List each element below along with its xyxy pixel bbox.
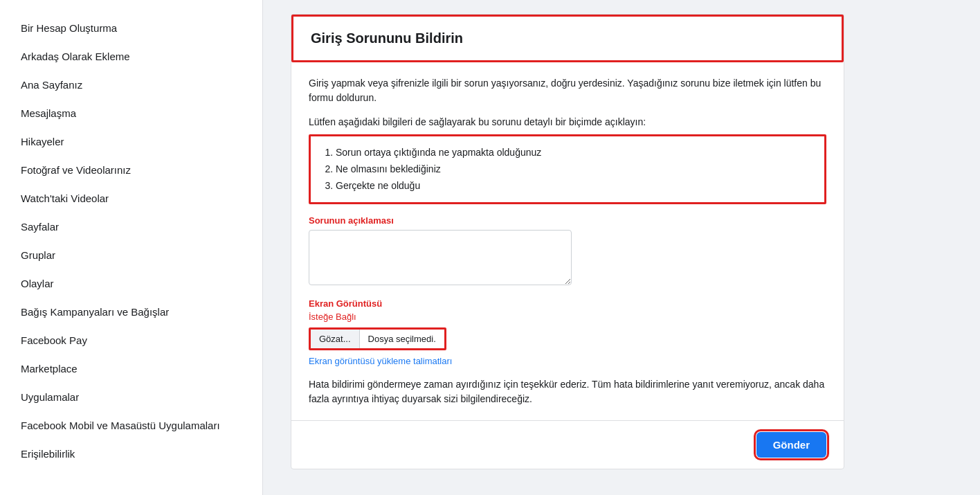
sidebar-item-1[interactable]: Arkadaş Olarak Ekleme [21, 42, 242, 71]
form-header: Giriş Sorununu Bildirin [291, 15, 844, 62]
sidebar-item-5[interactable]: Fotoğraf ve Videolarınız [21, 156, 242, 184]
instruction-item-1: Ne olmasını beklediğiniz [336, 161, 813, 178]
intro-text: Giriş yapmak veya şifrenizle ilgili bir … [309, 76, 826, 105]
instructions-list: Sorun ortaya çıktığında ne yapmakta oldu… [336, 145, 813, 194]
sidebar-item-6[interactable]: Watch'taki Videolar [21, 184, 242, 213]
submit-button[interactable]: Gönder [756, 432, 826, 458]
form-body: Giriş yapmak veya şifrenizle ilgili bir … [291, 62, 844, 420]
sidebar-item-0[interactable]: Bir Hesap Oluşturma [21, 14, 242, 42]
main-content: Giriş Sorununu Bildirin Giriş yapmak vey… [263, 0, 980, 495]
sidebar-item-12[interactable]: Marketplace [21, 354, 242, 383]
sidebar-item-7[interactable]: Sayfalar [21, 213, 242, 241]
sidebar-item-2[interactable]: Ana Sayfanız [21, 71, 242, 99]
problem-description-textarea[interactable] [309, 230, 572, 285]
sidebar-item-10[interactable]: Bağış Kampanyaları ve Bağışlar [21, 298, 242, 326]
form-container: Giriş Sorununu Bildirin Giriş yapmak vey… [291, 14, 844, 469]
sidebar-item-4[interactable]: Hikayeler [21, 127, 242, 156]
problem-description-label: Sorunun açıklaması [309, 215, 826, 226]
sidebar-item-14[interactable]: Facebook Mobil ve Masaüstü Uygulamaları [21, 411, 242, 440]
instructions-box: Sorun ortaya çıktığında ne yapmakta oldu… [309, 134, 826, 204]
screenshot-label: Ekran Görüntüsü [309, 298, 826, 309]
instruction-item-2: Gerçekte ne olduğu [336, 178, 813, 195]
sidebar-item-8[interactable]: Gruplar [21, 241, 242, 269]
sidebar-item-13[interactable]: Uygulamalar [21, 383, 242, 411]
sidebar-item-9[interactable]: Olaylar [21, 269, 242, 298]
screenshot-instructions-link[interactable]: Ekran görüntüsü yükleme talimatları [309, 356, 826, 366]
form-footer: Gönder [291, 420, 844, 469]
sidebar-item-15[interactable]: Erişilebilirlik [21, 440, 242, 468]
instructions-label: Lütfen aşağıdaki bilgileri de sağlayarak… [309, 116, 826, 127]
browse-button[interactable]: Gözat... [311, 330, 360, 348]
thank-you-text: Hata bildirimi göndermeye zaman ayırdığı… [309, 377, 826, 406]
optional-label: İsteğe Bağlı [309, 312, 826, 322]
instruction-item-0: Sorun ortaya çıktığında ne yapmakta oldu… [336, 145, 813, 161]
sidebar: Bir Hesap OluşturmaArkadaş Olarak Ekleme… [0, 0, 263, 495]
file-name-display: Dosya seçilmedi. [360, 330, 444, 348]
sidebar-item-11[interactable]: Facebook Pay [21, 326, 242, 354]
form-title: Giriş Sorununu Bildirin [311, 30, 824, 46]
file-upload-row: Gözat... Dosya seçilmedi. [309, 327, 446, 350]
sidebar-item-3[interactable]: Mesajlaşma [21, 99, 242, 127]
